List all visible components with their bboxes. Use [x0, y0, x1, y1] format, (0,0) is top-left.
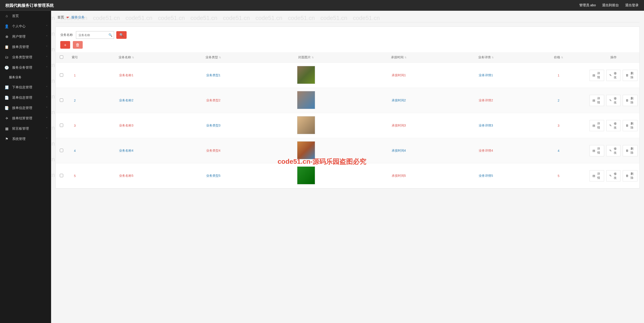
sidebar-item-0[interactable]: 👤个人中心˅ [0, 21, 51, 32]
col-price[interactable]: 价格 [554, 55, 560, 59]
detail-button[interactable]: ▤ 详情 [590, 120, 604, 131]
search-input[interactable] [76, 31, 114, 39]
cell-type: 业务类型1 [170, 63, 257, 88]
logout-link[interactable]: 退出登录 [625, 3, 638, 8]
detail-button[interactable]: ▤ 详情 [590, 145, 604, 156]
row-checkbox[interactable] [60, 174, 63, 177]
sidebar-subitem[interactable]: 服务业务 [0, 73, 51, 82]
edit-button[interactable]: ✎ 修改 [606, 120, 621, 131]
cell-detail: 业务详情3 [442, 113, 530, 138]
delete-bulk-button[interactable]: 🗑 [73, 41, 83, 49]
sidebar-item-7[interactable]: 📑接单信息管理˅ [0, 103, 51, 113]
sidebar-item-home[interactable]: ⌂ 首页 [0, 11, 51, 21]
col-index[interactable]: 索引 [72, 55, 78, 59]
cell-price: 2 [529, 88, 588, 113]
row-checkbox[interactable] [60, 73, 63, 77]
cell-cover [257, 113, 355, 138]
edit-button[interactable]: ✎ 修改 [606, 95, 621, 106]
sort-icon[interactable]: ⇅ [404, 56, 406, 59]
sidebar-item-8[interactable]: ✈接单结算管理˅ [0, 113, 51, 123]
edit-button[interactable]: ✎ 修改 [606, 70, 621, 81]
sort-icon[interactable]: ⇅ [219, 56, 221, 59]
target-icon: ⊕ [4, 35, 9, 39]
delete-button[interactable]: 🗑 删除 [623, 170, 638, 181]
detail-button[interactable]: ▤ 详情 [590, 70, 604, 81]
cell-time: 承接时间2 [355, 88, 442, 113]
cover-thumbnail[interactable] [297, 66, 315, 84]
sort-icon[interactable]: ⇅ [561, 56, 563, 59]
edit-icon: ✎ [609, 99, 612, 102]
sidebar: ⌂ 首页 👤个人中心˅⊕用户管理˅📋接单员管理˅🗂业务类型管理˅🕐服务业务管理˄… [0, 11, 51, 193]
row-checkbox[interactable] [60, 149, 63, 152]
cell-type: 业务类型5 [170, 163, 257, 188]
doc-icon: ▤ [592, 124, 595, 127]
col-cover[interactable]: 封面图片 [298, 55, 311, 59]
table-row: 5业务名称5业务类型5承接时间5业务详情55▤ 详情✎ 修改🗑 删除 [56, 163, 639, 188]
trash-icon: 🗑 [626, 74, 628, 77]
user-icon: 👤 [4, 24, 9, 29]
cell-detail: 业务详情5 [442, 163, 530, 188]
sidebar-item-4[interactable]: 🕐服务业务管理˄ [0, 62, 51, 73]
sidebar-item-9[interactable]: ▦留言板管理˅ [0, 123, 51, 134]
plus-icon: ＋ [63, 42, 67, 48]
sidebar-item-label: 用户管理 [12, 35, 26, 39]
delete-button[interactable]: 🗑 删除 [623, 70, 638, 81]
exit-front-link[interactable]: 退出到前台 [602, 3, 619, 8]
chevron-down-icon: ˅ [46, 46, 48, 49]
sidebar-item-1[interactable]: ⊕用户管理˅ [0, 32, 51, 42]
row-checkbox[interactable] [60, 99, 63, 102]
search-button[interactable]: 🔍 [116, 31, 126, 39]
select-all-checkbox[interactable] [60, 55, 63, 59]
clipboard-icon: 📋 [4, 45, 9, 49]
cell-name: 业务名称3 [83, 113, 170, 138]
cell-type: 业务类型2 [170, 88, 257, 113]
sidebar-item-2[interactable]: 📋接单员管理˅ [0, 42, 51, 52]
cell-price: 1 [529, 63, 588, 88]
edit-button[interactable]: ✎ 修改 [606, 170, 621, 181]
col-type[interactable]: 业务类型 [206, 55, 218, 59]
cell-index: 5 [67, 163, 83, 188]
cover-thumbnail[interactable] [297, 166, 315, 184]
detail-button[interactable]: ▤ 详情 [590, 170, 604, 181]
cell-cover [257, 63, 355, 88]
clock-icon: 🕐 [4, 66, 9, 70]
top-header: 校园代购服务订单管理系统 管理员 abo 退出到前台 退出登录 [0, 0, 644, 11]
row-checkbox[interactable] [60, 124, 63, 127]
cover-thumbnail[interactable] [297, 141, 315, 159]
sidebar-item-6[interactable]: 📄退单信息管理˅ [0, 92, 51, 103]
doc-icon: ▤ [592, 74, 595, 77]
sidebar-item-label: 业务类型管理 [12, 55, 32, 60]
detail-button[interactable]: ▤ 详情 [590, 95, 604, 106]
edit-icon: ✎ [609, 174, 612, 177]
admin-label[interactable]: 管理员 abo [579, 3, 596, 8]
sidebar-item-5[interactable]: 🧾下单信息管理˅ [0, 82, 51, 92]
trash-icon: 🗑 [626, 149, 628, 152]
col-name[interactable]: 业务名称 [118, 55, 131, 59]
cell-price: 3 [529, 113, 588, 138]
trash-icon: 🗑 [626, 99, 628, 102]
breadcrumb-separator-icon: ❤ [66, 16, 69, 19]
home-icon: ⌂ [4, 14, 9, 18]
delete-button[interactable]: 🗑 删除 [623, 120, 638, 131]
sidebar-item-3[interactable]: 🗂业务类型管理˅ [0, 52, 51, 62]
delete-button[interactable]: 🗑 删除 [623, 95, 638, 106]
add-button[interactable]: ＋ [60, 41, 70, 49]
sidebar-item-label: 留言板管理 [12, 127, 29, 131]
col-accept-time[interactable]: 承接时间 [391, 55, 404, 59]
cover-thumbnail[interactable] [297, 91, 315, 109]
chevron-down-icon: ˅ [46, 138, 48, 140]
cell-type: 业务类型4 [170, 138, 257, 163]
delete-button[interactable]: 🗑 删除 [623, 145, 638, 156]
sidebar-item-10[interactable]: ⚑系统管理˅ [0, 134, 51, 144]
breadcrumb-home[interactable]: 首页 [57, 15, 64, 20]
header-right: 管理员 abo 退出到前台 退出登录 [579, 3, 638, 8]
cell-name: 业务名称4 [83, 138, 170, 163]
cover-thumbnail[interactable] [297, 116, 315, 134]
breadcrumb-current[interactable]: 服务业务 [71, 15, 85, 20]
col-detail[interactable]: 业务详情 [478, 55, 491, 59]
sidebar-item-label: 首页 [12, 14, 19, 18]
sort-icon[interactable]: ⇅ [312, 56, 314, 59]
sort-icon[interactable]: ⇅ [492, 56, 494, 59]
edit-button[interactable]: ✎ 修改 [606, 145, 621, 156]
sort-icon[interactable]: ⇅ [132, 56, 134, 59]
